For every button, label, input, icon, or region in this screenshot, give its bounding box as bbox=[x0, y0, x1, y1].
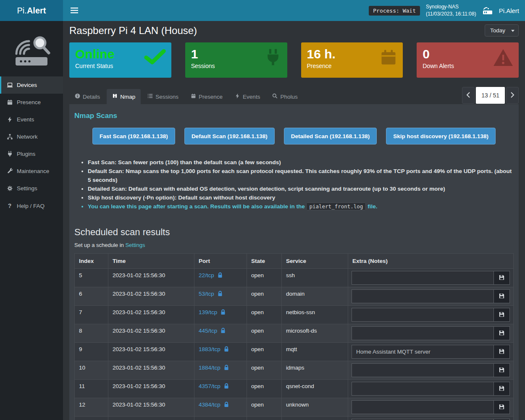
scan-button[interactable]: Fast Scan (192.168.1.138) bbox=[92, 128, 175, 144]
row-time: 2023-01-02 15:56:30 bbox=[108, 361, 194, 380]
save-icon bbox=[499, 367, 505, 374]
scan-button[interactable]: Skip host discovery (192.168.1.138) bbox=[386, 128, 496, 144]
sidebar-item-devices[interactable]: Devices bbox=[0, 76, 63, 94]
info-icon bbox=[75, 93, 80, 100]
sidebar-item-maintenance[interactable]: Maintenance bbox=[0, 163, 63, 180]
sessions-card[interactable]: 1 Sessions bbox=[185, 42, 287, 78]
save-button[interactable] bbox=[494, 326, 510, 340]
save-button[interactable] bbox=[494, 382, 510, 396]
note-input[interactable] bbox=[352, 326, 494, 340]
scan-button[interactable]: Detailed Scan (192.168.1.138) bbox=[284, 128, 377, 144]
tab-label: Details bbox=[83, 94, 100, 100]
row-time: 2023-01-02 15:56:30 bbox=[108, 306, 194, 324]
save-button[interactable] bbox=[494, 289, 510, 303]
tab-label: Presence bbox=[199, 94, 223, 100]
row-index: 11 bbox=[75, 380, 108, 398]
nmap-heading: Nmap Scans bbox=[74, 112, 514, 120]
scan-results-table: Index Time Port State Service Extra (Not… bbox=[74, 253, 514, 420]
lock-icon bbox=[224, 383, 229, 390]
sidebar-item-label: Maintenance bbox=[17, 168, 49, 174]
tab-sessions[interactable]: Sessions bbox=[142, 89, 184, 104]
note-text: file. bbox=[368, 203, 377, 210]
port-link[interactable]: 53/tcp bbox=[199, 291, 214, 297]
sidebar-item-presence[interactable]: Presence bbox=[0, 94, 63, 111]
sidebar-item-help[interactable]: ? Help / FAQ bbox=[0, 197, 63, 215]
save-button[interactable] bbox=[494, 363, 510, 377]
row-service: domain bbox=[282, 287, 348, 306]
port-link[interactable]: 1884/tcp bbox=[199, 365, 220, 371]
save-button[interactable] bbox=[494, 400, 510, 414]
save-icon bbox=[499, 348, 505, 356]
note-input[interactable] bbox=[352, 363, 494, 377]
period-select[interactable]: Today bbox=[485, 24, 519, 37]
row-state: open bbox=[247, 287, 282, 306]
tab-details[interactable]: Details bbox=[69, 89, 105, 104]
port-link[interactable]: 139/tcp bbox=[199, 309, 217, 315]
port-link[interactable]: 4357/tcp bbox=[199, 383, 220, 389]
port-link[interactable]: 4384/tcp bbox=[199, 402, 220, 408]
port-link[interactable]: 445/tcp bbox=[199, 328, 217, 334]
save-icon bbox=[499, 404, 505, 411]
app-logo[interactable]: Pi.Alert bbox=[0, 0, 63, 21]
nas-device-icon bbox=[482, 5, 493, 16]
log-filename: pialert_front.log bbox=[306, 202, 366, 210]
port-link[interactable]: 22/tcp bbox=[199, 272, 214, 278]
nas-name: Synology-NAS bbox=[426, 3, 476, 10]
sidebar-item-label: Devices bbox=[17, 82, 37, 88]
down-alerts-card[interactable]: 0 Down Alerts bbox=[417, 42, 519, 78]
note-input[interactable] bbox=[352, 400, 494, 414]
save-icon bbox=[499, 293, 505, 300]
list-icon bbox=[147, 93, 153, 100]
nas-info: Synology-NAS (11/03/2023, 16:11:08) bbox=[426, 3, 476, 18]
sidebar-item-settings[interactable]: Settings bbox=[0, 180, 63, 197]
sidebar-item-network[interactable]: Network bbox=[0, 128, 63, 145]
col-header-port: Port bbox=[194, 254, 247, 269]
save-icon bbox=[499, 330, 505, 337]
row-state: open bbox=[247, 324, 282, 343]
period-select-wrap: Today bbox=[485, 24, 519, 37]
row-time: 2023-01-02 15:56:30 bbox=[108, 343, 194, 361]
scan-note: Skip host discovery (-Pn option): Defaul… bbox=[88, 193, 514, 202]
note-group bbox=[352, 289, 510, 303]
save-icon bbox=[499, 311, 505, 319]
current-status-card[interactable]: Online Current Status bbox=[69, 42, 171, 78]
note-input[interactable] bbox=[352, 271, 494, 285]
table-row: 8 2023-01-02 15:56:30 445/tcp open micro… bbox=[75, 324, 514, 343]
lock-icon bbox=[224, 346, 229, 353]
router-search-logo bbox=[0, 21, 63, 76]
sidebar: Devices Presence Events Network Plugins … bbox=[0, 21, 63, 420]
tab-pholus[interactable]: Pholus bbox=[267, 89, 303, 104]
hamburger-icon[interactable] bbox=[69, 5, 80, 16]
schedule-subtext: Set up a schedule in Settings bbox=[74, 242, 514, 248]
tab-events[interactable]: Events bbox=[229, 89, 265, 104]
tab-presence[interactable]: Presence bbox=[185, 89, 228, 104]
port-link[interactable]: 1883/tcp bbox=[199, 346, 220, 352]
calendar-icon bbox=[6, 99, 13, 105]
save-button[interactable] bbox=[494, 308, 510, 322]
tab-nmap[interactable]: Nmap bbox=[107, 89, 141, 104]
sidebar-item-label: Events bbox=[17, 116, 34, 123]
table-row: 11 2023-01-02 15:56:30 4357/tcp open qsn… bbox=[75, 380, 514, 398]
header-bar: Process: Wait Synology-NAS (11/03/2023, … bbox=[63, 0, 525, 21]
row-index: 12 bbox=[75, 398, 108, 417]
presence-card[interactable]: 16 h. Presence bbox=[301, 42, 403, 78]
save-button[interactable] bbox=[494, 271, 510, 285]
settings-link[interactable]: Settings bbox=[125, 242, 145, 248]
row-index: 7 bbox=[75, 306, 108, 324]
row-state: open bbox=[247, 269, 282, 287]
binoculars-icon bbox=[112, 93, 118, 100]
scan-button[interactable]: Default Scan (192.168.1.138) bbox=[184, 128, 275, 144]
sidebar-item-events[interactable]: Events bbox=[0, 111, 63, 128]
note-group bbox=[352, 271, 510, 285]
prev-page-button[interactable] bbox=[462, 87, 475, 104]
note-input[interactable] bbox=[352, 308, 494, 322]
note-input[interactable] bbox=[352, 289, 494, 303]
warning-icon bbox=[493, 48, 514, 68]
row-state: open bbox=[247, 361, 282, 380]
note-input[interactable] bbox=[352, 382, 494, 396]
note-input[interactable] bbox=[352, 345, 494, 359]
table-row: 7 2023-01-02 15:56:30 139/tcp open netbi… bbox=[75, 306, 514, 324]
save-button[interactable] bbox=[494, 345, 510, 359]
sidebar-item-plugins[interactable]: Plugins bbox=[0, 145, 63, 163]
next-page-button[interactable] bbox=[506, 87, 519, 104]
